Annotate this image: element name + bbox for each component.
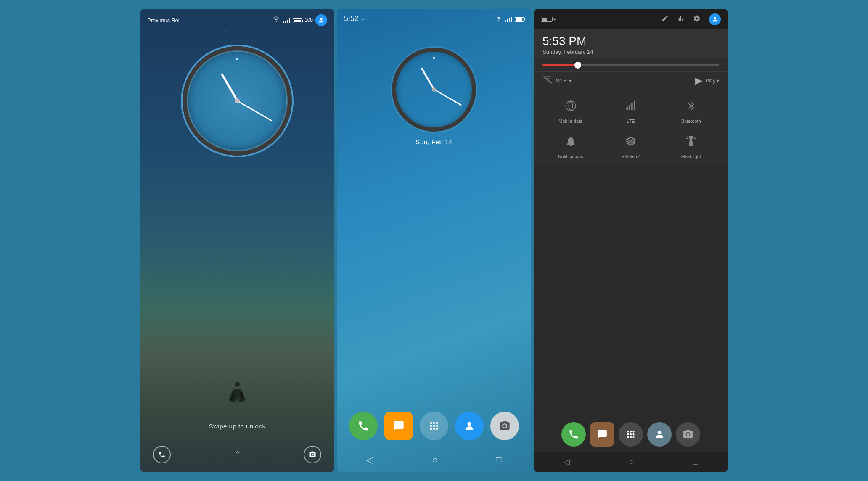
- svg-point-7: [436, 425, 438, 427]
- svg-point-30: [632, 433, 634, 435]
- svg-point-4: [436, 422, 438, 424]
- dock-phone[interactable]: [349, 412, 378, 440]
- notif-dock-phone[interactable]: [561, 422, 586, 447]
- notif-nav-home[interactable]: ○: [629, 457, 634, 467]
- svg-point-0: [320, 18, 322, 20]
- svg-line-22: [693, 137, 695, 137]
- home-clock-time: 5:52: [344, 14, 359, 23]
- lock-clock: [183, 46, 292, 156]
- home-nav-bar: ◁ ○ □: [337, 455, 531, 465]
- existenz-label: eXistenZ: [622, 154, 640, 159]
- lock-bottom-bar: ⌃: [140, 446, 334, 463]
- play-section: ▶ Play ▾: [695, 75, 719, 86]
- signal-icon: [283, 17, 290, 23]
- top-battery: +: [541, 17, 556, 22]
- svg-point-10: [436, 428, 438, 430]
- lte-icon: [622, 97, 640, 115]
- toggle-existenz[interactable]: eXistenZ: [603, 132, 659, 159]
- home-screen: 5:52 14: [337, 9, 531, 472]
- svg-point-3: [433, 422, 435, 424]
- phone-button[interactable]: [153, 446, 171, 463]
- svg-rect-17: [631, 103, 633, 110]
- notif-dock-chat[interactable]: [590, 422, 614, 447]
- wifi-label[interactable]: Wi-Fi ▾: [556, 78, 572, 84]
- svg-point-12: [714, 17, 716, 19]
- lock-status-bar: Proximus Bel: [140, 9, 334, 29]
- play-icon[interactable]: ▶: [695, 75, 702, 86]
- phone-container: Proximus Bel: [0, 0, 868, 481]
- home-clock-center: [432, 87, 436, 92]
- volume-section: [534, 58, 728, 71]
- play-chevron: ▾: [717, 78, 719, 84]
- wifi-off-icon: [542, 76, 553, 86]
- svg-point-9: [433, 428, 435, 430]
- notif-dock-camera[interactable]: [676, 422, 700, 447]
- avatar[interactable]: [315, 14, 327, 26]
- notif-time-section: 5:53 PM Sunday, February 14: [534, 29, 728, 58]
- svg-rect-15: [626, 107, 628, 110]
- battery-percent: 100: [304, 17, 313, 23]
- volume-thumb[interactable]: [574, 62, 581, 69]
- person-silhouette: [225, 379, 250, 413]
- flashlight-icon: [682, 132, 700, 151]
- svg-point-6: [433, 425, 435, 427]
- dock-camera[interactable]: [490, 412, 519, 440]
- svg-point-11: [467, 422, 471, 426]
- svg-point-27: [632, 431, 634, 432]
- camera-button[interactable]: [304, 446, 321, 463]
- swipe-up-icon: ⌃: [234, 449, 241, 460]
- toggle-flashlight[interactable]: Flashlight: [663, 132, 719, 159]
- volume-slider[interactable]: [542, 64, 719, 66]
- nav-back[interactable]: ◁: [366, 455, 373, 465]
- lte-label: LTE: [627, 119, 635, 124]
- status-icons: 100: [273, 14, 327, 26]
- volume-fill: [542, 64, 578, 66]
- dock-apps[interactable]: [420, 412, 448, 440]
- notif-avatar[interactable]: [709, 13, 721, 25]
- svg-point-1: [235, 382, 240, 387]
- nav-home[interactable]: ○: [432, 455, 437, 465]
- toggle-mobile-data[interactable]: Mobile data: [542, 97, 598, 124]
- bluetooth-label: Bluetooth: [681, 119, 701, 124]
- chart-icon[interactable]: [677, 15, 685, 24]
- home-clock-widget: [392, 48, 476, 132]
- settings-icon[interactable]: [693, 15, 701, 24]
- home-clock-sub: 14: [360, 17, 365, 22]
- svg-point-31: [627, 436, 629, 438]
- notif-nav-recents[interactable]: □: [693, 457, 698, 467]
- toggle-lte[interactable]: LTE: [603, 97, 659, 124]
- toggle-bluetooth[interactable]: Bluetooth: [663, 97, 719, 124]
- notif-screen: +: [534, 9, 728, 472]
- svg-point-26: [630, 431, 632, 432]
- svg-point-33: [632, 436, 634, 438]
- flashlight-label: Flashlight: [681, 154, 701, 159]
- notif-nav-back[interactable]: ◁: [564, 457, 570, 467]
- notif-dock-contacts[interactable]: [647, 422, 672, 447]
- home-date: Sun, Feb 14: [415, 138, 452, 145]
- edit-icon[interactable]: [661, 15, 669, 24]
- svg-point-32: [630, 436, 632, 438]
- notifications-icon: [561, 132, 580, 151]
- svg-point-8: [430, 428, 432, 430]
- mobile-data-label: Mobile data: [558, 119, 582, 124]
- toggle-notifications[interactable]: Notifications: [542, 132, 598, 159]
- notif-dock-apps[interactable]: [619, 422, 643, 447]
- home-clock-face: [392, 48, 476, 132]
- wifi-icon: [273, 16, 280, 24]
- home-minute-hand: [434, 89, 461, 106]
- carrier-name: Proximus Bel: [147, 17, 180, 24]
- mobile-data-icon: [561, 97, 580, 115]
- battery-icon: [293, 17, 302, 24]
- app-dock: [337, 412, 531, 440]
- home-clock-dot: [433, 57, 435, 59]
- dock-chat[interactable]: [384, 412, 413, 440]
- notifications-label: Notifications: [558, 154, 583, 159]
- nav-recents[interactable]: □: [496, 455, 501, 465]
- dock-contacts[interactable]: [455, 412, 484, 440]
- svg-line-24: [694, 138, 696, 139]
- play-label[interactable]: Play ▾: [706, 78, 719, 84]
- wifi-play-row: Wi-Fi ▾ ▶ Play ▾: [534, 71, 728, 90]
- svg-point-25: [627, 431, 629, 432]
- bluetooth-icon: [682, 97, 700, 115]
- notif-nav-bar: ◁ ○ □: [534, 452, 728, 472]
